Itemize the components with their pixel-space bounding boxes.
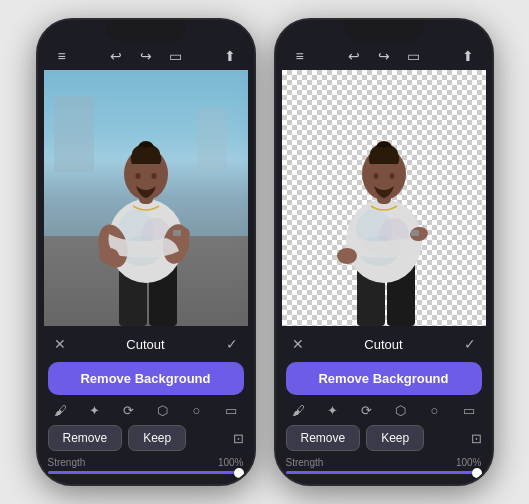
svg-point-8 xyxy=(99,248,119,264)
cutout-bar-left: ✕ Cutout ✓ xyxy=(48,332,244,356)
person-svg-right xyxy=(319,116,449,326)
redo-icon[interactable]: ↪ xyxy=(136,48,156,64)
svg-point-23 xyxy=(337,248,357,264)
svg-point-14 xyxy=(135,173,140,179)
svg-point-15 xyxy=(151,173,156,179)
screen-right: ≡ ↩ ↪ ▭ ⬆ xyxy=(276,20,492,484)
strength-label-right: Strength xyxy=(286,457,324,468)
remove-button-right[interactable]: Remove xyxy=(286,425,361,451)
save-icon[interactable]: ▭ xyxy=(166,48,186,64)
share-icon[interactable]: ⬆ xyxy=(220,48,240,64)
notch-right xyxy=(344,20,424,42)
slider-right[interactable] xyxy=(286,471,482,474)
rect-tool-left[interactable]: ▭ xyxy=(220,403,242,418)
ellipse-tool-right[interactable]: ○ xyxy=(424,403,446,418)
strength-row-left: Strength 100% xyxy=(48,457,244,468)
share-icon-right[interactable]: ⬆ xyxy=(458,48,478,64)
undo-icon[interactable]: ↩ xyxy=(106,48,126,64)
tools-row-left: 🖌 ✦ ⟳ ⬡ ○ ▭ xyxy=(48,403,244,418)
slider-thumb-left[interactable] xyxy=(234,468,244,478)
slider-thumb-right[interactable] xyxy=(472,468,482,478)
remove-keep-row-right: Remove Keep ⊡ xyxy=(286,425,482,451)
remove-keep-row-left: Remove Keep ⊡ xyxy=(48,425,244,451)
svg-point-30 xyxy=(389,173,394,179)
strength-value-right: 100% xyxy=(456,457,482,468)
close-icon-right[interactable]: ✕ xyxy=(292,336,304,352)
brush-tool-left[interactable]: 🖌 xyxy=(50,403,72,418)
person-svg-left xyxy=(81,116,211,326)
remove-background-button-right[interactable]: Remove Background xyxy=(286,362,482,395)
redo-icon-right[interactable]: ↪ xyxy=(374,48,394,64)
check-icon-right[interactable]: ✓ xyxy=(464,336,476,352)
menu-icon[interactable]: ≡ xyxy=(52,48,72,64)
wand-tool-left[interactable]: ✦ xyxy=(84,403,106,418)
mask-icon-left[interactable]: ⊡ xyxy=(233,431,244,446)
mask-icon-right[interactable]: ⊡ xyxy=(471,431,482,446)
save-icon-right[interactable]: ▭ xyxy=(404,48,424,64)
undo-icon-right[interactable]: ↩ xyxy=(344,48,364,64)
strength-label-left: Strength xyxy=(48,457,86,468)
svg-rect-16 xyxy=(173,230,181,236)
app-container: ≡ ↩ ↪ ▭ ⬆ xyxy=(26,8,504,496)
notch-left xyxy=(106,20,186,42)
check-icon-left[interactable]: ✓ xyxy=(226,336,238,352)
lasso-tool-right[interactable]: ⟳ xyxy=(356,403,378,418)
polygon-tool-right[interactable]: ⬡ xyxy=(390,403,412,418)
close-icon-left[interactable]: ✕ xyxy=(54,336,66,352)
svg-point-29 xyxy=(373,173,378,179)
menu-icon-right[interactable]: ≡ xyxy=(290,48,310,64)
slider-left[interactable] xyxy=(48,471,244,474)
cutout-title-right: Cutout xyxy=(364,337,402,352)
keep-button-left[interactable]: Keep xyxy=(128,425,186,451)
cutout-bar-right: ✕ Cutout ✓ xyxy=(286,332,482,356)
strength-row-right: Strength 100% xyxy=(286,457,482,468)
slider-fill-right xyxy=(286,471,482,474)
strength-value-left: 100% xyxy=(218,457,244,468)
remove-button-left[interactable]: Remove xyxy=(48,425,123,451)
polygon-tool-left[interactable]: ⬡ xyxy=(152,403,174,418)
screen-left: ≡ ↩ ↪ ▭ ⬆ xyxy=(38,20,254,484)
tools-row-right: 🖌 ✦ ⟳ ⬡ ○ ▭ xyxy=(286,403,482,418)
photo-area-right xyxy=(282,70,486,326)
ellipse-tool-left[interactable]: ○ xyxy=(186,403,208,418)
slider-fill-left xyxy=(48,471,244,474)
wand-tool-right[interactable]: ✦ xyxy=(322,403,344,418)
brush-tool-right[interactable]: 🖌 xyxy=(288,403,310,418)
remove-background-button-left[interactable]: Remove Background xyxy=(48,362,244,395)
bottom-controls-left: ✕ Cutout ✓ Remove Background 🖌 ✦ ⟳ ⬡ ○ ▭… xyxy=(38,326,254,484)
lasso-tool-left[interactable]: ⟳ xyxy=(118,403,140,418)
keep-button-right[interactable]: Keep xyxy=(366,425,424,451)
phone-left: ≡ ↩ ↪ ▭ ⬆ xyxy=(36,18,256,486)
photo-area-left xyxy=(44,70,248,326)
phone-right: ≡ ↩ ↪ ▭ ⬆ xyxy=(274,18,494,486)
rect-tool-right[interactable]: ▭ xyxy=(458,403,480,418)
svg-rect-31 xyxy=(411,230,419,236)
bottom-controls-right: ✕ Cutout ✓ Remove Background 🖌 ✦ ⟳ ⬡ ○ ▭… xyxy=(276,326,492,484)
cutout-title-left: Cutout xyxy=(126,337,164,352)
